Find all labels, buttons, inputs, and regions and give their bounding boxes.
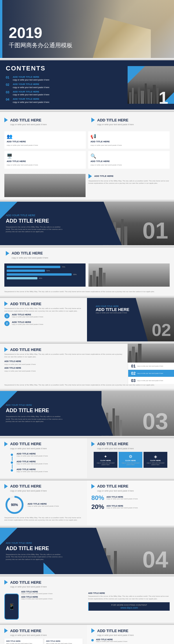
blue-arrow-10: [4, 484, 8, 489]
sub-desc-7a: copy or write your text word paste it he…: [4, 363, 123, 365]
bar-chart-container: 70% 50% 85% 40%: [4, 263, 86, 287]
section-title-3a: ADD TITLE HERE: [10, 118, 41, 122]
click-icon-2: ⚙: [120, 454, 141, 459]
big-num-03: 03: [142, 410, 168, 433]
monitor-icon: 🖥️: [7, 153, 84, 159]
section-title-04: ADD TITLE HERE: [6, 545, 64, 552]
section-desc-01: Sequestered in the corner of the Milky W…: [6, 226, 64, 233]
section-big-number: 1: [159, 89, 168, 107]
section-main-title-01: ADD TITLE HERE: [6, 218, 64, 224]
megaphone-icon: 📢: [90, 134, 167, 139]
tl-item-2: ADD TITLE HERE copy or write your text w…: [10, 460, 77, 465]
slide-4: ADD YOUR TITLE HERE ADD TITLE HERE Seque…: [0, 202, 174, 245]
city-image-5: [88, 263, 170, 287]
section-desc-12: copy or write your text word paste it he…: [4, 586, 170, 588]
click-box-1[interactable]: ✦ CLICK HERE copy or write your text wor…: [94, 452, 117, 468]
web-url: www.dqcx.com: [91, 606, 167, 609]
right-content-1: ADD TITLE HERE Sequestered in the corner…: [88, 174, 170, 197]
click-icon-1: ✦: [95, 454, 116, 459]
tl-dot-1: [10, 453, 14, 456]
card-text-3: copy or write your text word paste it he…: [7, 164, 84, 166]
slide-3: ADD TITLE HERE copy or write your text w…: [0, 112, 174, 199]
section-title-12: ADD TITLE HERE: [10, 580, 41, 585]
sub-desc-7b: copy or write your text word paste it he…: [4, 370, 123, 372]
section-desc-9: copy or write your text word paste it he…: [4, 447, 83, 450]
card-4: 🔍 ADD TITLE HERE copy or write your text…: [88, 151, 170, 168]
section-title-7: ADD TITLE HERE: [10, 348, 41, 352]
section-desc-9b: copy or write your text word paste it he…: [91, 447, 170, 450]
section-title-10: ADD TITLE HERE: [10, 484, 41, 488]
section-title-13b: ADD TITLE HERE: [97, 629, 128, 633]
city-image-7: [128, 344, 174, 363]
num-title-1: ADD TITLE HERE: [12, 313, 43, 316]
bottom-text-10: Sequestered in the corner of the Milky W…: [4, 516, 83, 521]
section-desc-03: Sequestered in the corner of the Milky W…: [6, 415, 64, 423]
contents-item-2: 02 ADD YOUR TITLE HERE copy or write you…: [6, 83, 58, 88]
section-label-01: ADD YOUR TITLE HERE: [6, 214, 64, 217]
num-badge-1: 1: [4, 313, 10, 319]
blue-arrow-icon-2: [91, 118, 95, 122]
slide-title-right: ADD TITLE HERE: [94, 175, 113, 177]
slide-8: ADD YOUR TITLE HERE ADD TITLE HERE Seque…: [0, 391, 174, 436]
right-item-13a: ADD TITLE HERE copy or write your text w…: [91, 638, 170, 642]
blue-arrow-10b: [91, 484, 95, 489]
click-box-3[interactable]: ◈ CLICK HERE copy or write your text wor…: [144, 452, 167, 468]
percent-value-90: 90%: [4, 495, 25, 515]
section-title-10b: ADD TITLE HERE: [97, 484, 128, 488]
slide-hero: 2019 千图网商务办公通用模板: [0, 0, 174, 58]
stat-row-20: 20% ADD TITLE HERE copy or write your te…: [91, 503, 170, 511]
city-image-1: [4, 174, 86, 197]
section-desc-5: copy or write your text word paste it he…: [6, 257, 168, 259]
blue-arrow-3: [88, 174, 92, 179]
search-icon: 🔍: [90, 153, 167, 159]
num-badge-2: 2: [4, 321, 10, 326]
section-title-02: ADD TITLE HERE: [96, 307, 165, 312]
card-text-2: copy or write your text word paste it he…: [90, 144, 167, 146]
blue-arrow-icon: [4, 118, 8, 122]
click-grid: ✦ CLICK HERE copy or write your text wor…: [91, 450, 170, 470]
contents-title: CONTENTS: [6, 65, 58, 72]
section-title-3b: ADD TITLE HERE: [97, 118, 128, 122]
card-3: 🖥️ ADD TITLE HERE copy or write your tex…: [4, 151, 86, 168]
blue-arrow-13: [4, 628, 8, 633]
slide-11: ADD YOUR TITLE HERE ADD TITLE HERE Seque…: [0, 528, 174, 574]
section-label-02-left: ADD YOUR TITLE HERE: [96, 305, 165, 307]
phone-title-2: ADD TITLE HERE: [21, 596, 86, 598]
section-desc-13b: copy or write your text word paste it he…: [91, 634, 170, 636]
section-title-5: ADD TITLE HERE: [12, 251, 43, 255]
slide-9: ADD TITLE HERE copy or write your text w…: [0, 438, 174, 478]
slide-5: ADD TITLE HERE copy or write your text w…: [0, 248, 174, 296]
section-desc-10b: copy or write your text word paste it he…: [91, 490, 170, 492]
section-desc-02: copy or write your text word paste it he…: [96, 312, 130, 314]
card-title-2: ADD TITLE HERE: [90, 140, 167, 143]
right-title-12: ADD TITLE HERE: [88, 592, 170, 594]
section-label-04: ADD YOUR TITLE HERE: [6, 542, 64, 544]
big-num-01: 01: [142, 219, 168, 242]
tl-item-1: ADD TITLE HERE copy or write your text w…: [10, 452, 77, 457]
sub-title-7a: ADD TITLE HERE: [4, 360, 123, 362]
for-more-text: FOR MORE EXCITING CONTENT: [91, 604, 167, 606]
slide-7: ADD TITLE HERE Sequestered in the corner…: [0, 344, 174, 388]
phone-title: ADD TITLE HERE: [21, 591, 86, 593]
section-title-9: ADD TITLE HERE: [10, 442, 41, 446]
bottom-long-text: Sequestered in the corner of the Milky W…: [4, 384, 170, 386]
blue-arrow-5: [6, 251, 9, 256]
people-icon: 👥: [7, 134, 84, 139]
blue-arrow-7: [4, 347, 8, 352]
section-desc-3b: copy or write your text word paste it he…: [91, 123, 170, 125]
web-url-bar: FOR MORE EXCITING CONTENT www.dqcx.com: [88, 602, 170, 611]
card-title-4: ADD TITLE HERE: [90, 160, 167, 163]
stat-row-80: 80% ADD TITLE HERE copy or write your te…: [91, 494, 170, 502]
big-num-02: 02: [152, 320, 171, 340]
section-title-9b: ADD TITLE HERE: [97, 442, 128, 446]
section-title-03: ADD TITLE HERE: [6, 407, 64, 414]
right-desc-12: Sequestered in the corner of the Milky W…: [88, 595, 170, 600]
right-num-row-2: 02 copy or write your text word paste it…: [128, 370, 174, 377]
section-header-5: ADD TITLE HERE copy or write your text w…: [0, 248, 174, 261]
circle-chart: 90%: [4, 495, 25, 515]
click-box-2[interactable]: ⚙ CLICK HERE copy or write your text wor…: [119, 452, 142, 468]
card-text-4: copy or write your text word paste it he…: [90, 164, 167, 166]
blue-arrow-13b: [91, 628, 95, 633]
card-title-3: ADD TITLE HERE: [7, 160, 84, 163]
right-num-row-1: 01 copy or write your text word paste it…: [128, 363, 174, 370]
